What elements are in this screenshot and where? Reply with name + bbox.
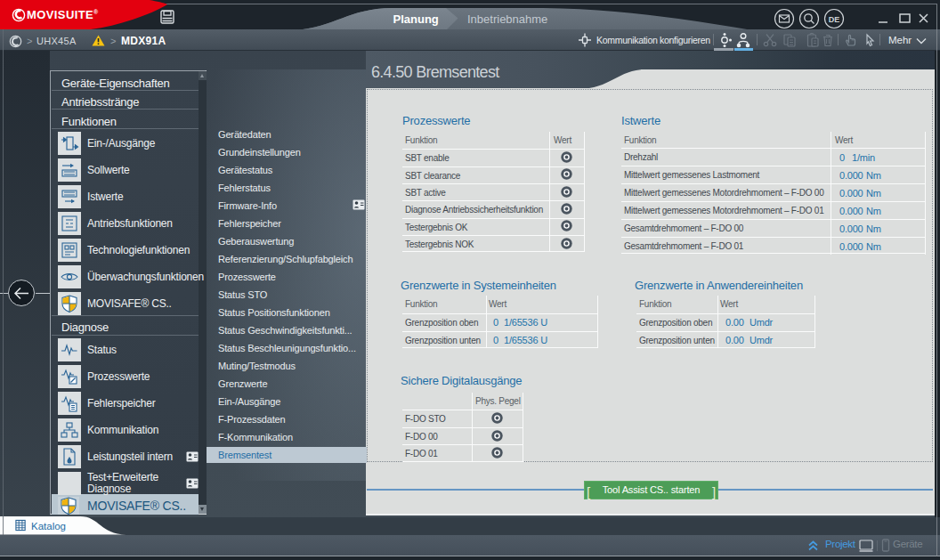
svg-text:DE: DE: [829, 15, 840, 24]
